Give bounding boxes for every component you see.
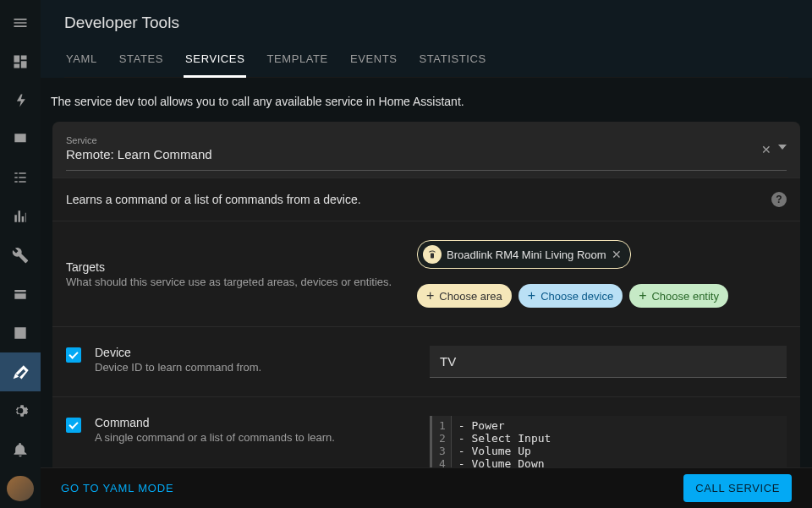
sidebar-hacs-icon[interactable] xyxy=(0,275,41,314)
sidebar-notifications-icon[interactable] xyxy=(0,430,41,469)
remove-device-icon[interactable]: ✕ xyxy=(612,248,622,261)
choose-device-label: Choose device xyxy=(540,290,613,303)
tab-states[interactable]: STATES xyxy=(118,44,165,78)
device-input[interactable] xyxy=(430,346,787,378)
code-line: - Volume Up xyxy=(458,445,780,457)
sidebar-energy-icon[interactable] xyxy=(0,81,41,120)
yaml-mode-link[interactable]: GO TO YAML MODE xyxy=(61,482,173,494)
remote-icon xyxy=(423,245,442,264)
plus-icon: + xyxy=(639,289,646,303)
code-gutter: 1234 xyxy=(432,416,452,467)
targets-desc: What should this service use as targeted… xyxy=(66,276,417,288)
command-checkbox[interactable] xyxy=(66,418,81,433)
sidebar-logbook-icon[interactable] xyxy=(0,159,41,198)
sidebar-wrench-icon[interactable] xyxy=(0,236,41,275)
page-description: The service dev tool allows you to call … xyxy=(51,78,812,122)
choose-area-label: Choose area xyxy=(439,290,502,303)
sidebar-history-icon[interactable] xyxy=(0,197,41,236)
tab-yaml[interactable]: YAML xyxy=(64,44,99,78)
tab-events[interactable]: EVENTS xyxy=(348,44,399,78)
clear-icon[interactable]: ✕ xyxy=(761,143,771,156)
selected-device-chip[interactable]: Broadlink RM4 Mini Living Room ✕ xyxy=(417,240,631,269)
call-service-button[interactable]: CALL SERVICE xyxy=(683,474,792,502)
chevron-down-icon[interactable] xyxy=(778,143,787,156)
choose-entity-label: Choose entity xyxy=(651,290,719,303)
command-editor[interactable]: 1234 - Power - Select Input - Volume Up … xyxy=(430,416,787,467)
page-title: Developer Tools xyxy=(64,0,788,44)
tab-statistics[interactable]: STATISTICS xyxy=(418,44,488,78)
targets-label: Targets xyxy=(66,260,417,274)
service-selector-value: Remote: Learn Command xyxy=(66,147,787,168)
choose-entity-button[interactable]: + Choose entity xyxy=(629,284,728,308)
sidebar-developer-tools-icon[interactable] xyxy=(0,352,41,391)
plus-icon: + xyxy=(528,289,535,303)
sidebar-settings-icon[interactable] xyxy=(0,391,41,430)
plus-icon: + xyxy=(426,289,434,303)
code-line: - Select Input xyxy=(458,432,780,445)
hamburger-menu-icon[interactable] xyxy=(0,3,41,42)
code-line: - Volume Down xyxy=(458,457,780,467)
device-checkbox[interactable] xyxy=(66,347,81,363)
device-param-desc: Device ID to learn command from. xyxy=(95,361,416,374)
service-selector-label: Service xyxy=(66,135,787,145)
service-description: Learns a command or a list of commands f… xyxy=(66,193,361,206)
help-icon[interactable]: ? xyxy=(771,192,787,207)
tab-services[interactable]: SERVICES xyxy=(184,44,246,78)
sidebar-media-icon[interactable] xyxy=(0,314,41,352)
code-line: - Power xyxy=(458,419,780,432)
tab-template[interactable]: TEMPLATE xyxy=(265,44,329,78)
sidebar-user-avatar[interactable] xyxy=(7,476,34,502)
command-param-desc: A single command or a list of commands t… xyxy=(95,431,416,444)
service-selector[interactable]: Service Remote: Learn Command ✕ xyxy=(52,122,800,178)
sidebar-map-icon[interactable] xyxy=(0,120,41,159)
selected-device-label: Broadlink RM4 Mini Living Room xyxy=(447,249,606,261)
command-param-label: Command xyxy=(95,416,416,429)
choose-area-button[interactable]: + Choose area xyxy=(417,284,512,308)
device-param-label: Device xyxy=(95,346,416,359)
tabs: YAML STATES SERVICES TEMPLATE EVENTS STA… xyxy=(64,44,788,78)
choose-device-button[interactable]: + Choose device xyxy=(518,284,623,308)
sidebar-dashboard-icon[interactable] xyxy=(0,42,41,81)
